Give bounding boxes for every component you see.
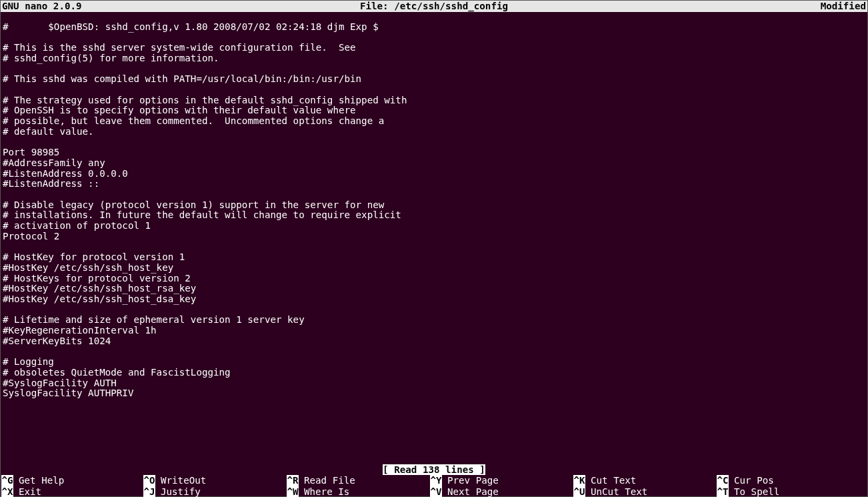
status-bracket-left: [ (383, 464, 394, 475)
menu-key: ^G (1, 475, 13, 486)
menu-label: Cur Pos (729, 475, 774, 486)
titlebar: GNU nano 2.0.9 File: /etc/ssh/sshd_confi… (1, 1, 867, 12)
file-name: File: /etc/ssh/sshd_config (290, 1, 578, 12)
menu-item-cut-text[interactable]: ^KCut Text (573, 475, 717, 486)
menu-item-justify[interactable]: ^JJustify (143, 486, 287, 497)
menu-item-prev-page[interactable]: ^YPrev Page (430, 475, 573, 486)
menu-label: Where Is (299, 486, 349, 497)
menu-item-get-help[interactable]: ^GGet Help (0, 475, 143, 486)
menu-label: Cut Text (585, 475, 636, 486)
menu-key: ^V (430, 486, 442, 497)
menu-key: ^T (717, 486, 729, 497)
menu-key: ^C (717, 475, 729, 486)
menu-key: ^K (573, 475, 585, 486)
menu-key: ^W (287, 486, 299, 497)
menu-label: Read File (299, 475, 355, 486)
menu-label: To Spell (729, 486, 779, 497)
menu-label: WriteOut (155, 475, 206, 486)
app-name: GNU nano 2.0.9 (2, 1, 290, 12)
menu-key: ^R (287, 475, 299, 486)
menu-item-to-spell[interactable]: ^TTo Spell (717, 486, 860, 497)
menu-key: ^J (143, 486, 155, 497)
status-message: Read 138 lines (394, 464, 474, 475)
menu-row-2: ^XExit^JJustify^WWhere Is^VNext Page^UUn… (0, 486, 868, 497)
menu-key: ^U (573, 486, 585, 497)
status-bracket-right: ] (474, 464, 485, 475)
editor-content[interactable]: # $OpenBSD: sshd_config,v 1.80 2008/07/0… (3, 11, 865, 399)
menu-item-writeout[interactable]: ^OWriteOut (143, 475, 287, 486)
menu-item-uncut-text[interactable]: ^UUnCut Text (573, 486, 717, 497)
menu-key: ^O (143, 475, 155, 486)
file-status: Modified (578, 1, 866, 12)
menu-item-cur-pos[interactable]: ^CCur Pos (717, 475, 860, 486)
menu-row-1: ^GGet Help^OWriteOut^RRead File^YPrev Pa… (0, 475, 868, 486)
menu-item-exit[interactable]: ^XExit (0, 486, 143, 497)
menu-bar: ^GGet Help^OWriteOut^RRead File^YPrev Pa… (0, 475, 868, 497)
menu-item-read-file[interactable]: ^RRead File (287, 475, 430, 486)
menu-label: Prev Page (442, 475, 499, 486)
menu-key: ^Y (430, 475, 442, 486)
menu-label: UnCut Text (585, 486, 647, 497)
menu-label: Next Page (442, 486, 499, 497)
menu-key: ^X (1, 486, 13, 497)
menu-item-next-page[interactable]: ^VNext Page (430, 486, 573, 497)
menu-label: Exit (13, 486, 41, 497)
menu-label: Get Help (13, 475, 64, 486)
status-bar: [ Read 138 lines ] (0, 465, 868, 476)
menu-label: Justify (155, 486, 201, 497)
menu-item-where-is[interactable]: ^WWhere Is (287, 486, 430, 497)
